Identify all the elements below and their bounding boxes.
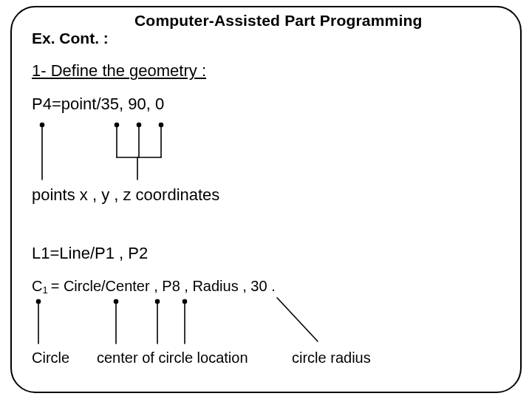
example-continued: Ex. Cont. : xyxy=(32,30,109,47)
c1-rest: = Circle/Center , P8 , Radius , 30 . xyxy=(48,278,276,294)
label-circle: Circle xyxy=(32,349,69,366)
c1-definition: C1= Circle/Center , P8 , Radius , 30 . xyxy=(32,278,276,295)
label-radius: circle radius xyxy=(292,349,371,366)
c1-c: C xyxy=(32,278,42,294)
page-title: Computer-Assisted Part Programming xyxy=(134,12,423,30)
step-1-heading: 1- Define the geometry : xyxy=(32,61,206,81)
l1-definition: L1=Line/P1 , P2 xyxy=(32,244,148,263)
c1-subscript: 1 xyxy=(42,284,47,296)
xyz-caption: points x , y , z coordinates xyxy=(32,185,219,205)
p4-definition: P4=point/35, 90, 0 xyxy=(32,95,164,114)
label-center: center of circle location xyxy=(97,349,248,366)
